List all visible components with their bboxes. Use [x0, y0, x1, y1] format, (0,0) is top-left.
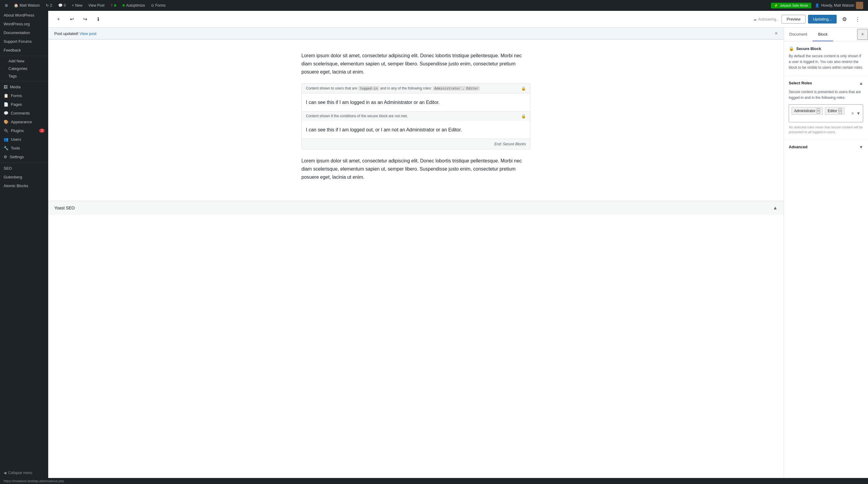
forms-icon: ⊙	[151, 3, 154, 7]
sidebar: About WordPress WordPress.org Documentat…	[0, 11, 48, 478]
wp-icon: ⊞	[5, 3, 8, 7]
content-area: Post updated! View post × Lorem ipsum do…	[48, 28, 868, 478]
notification-bar: Post updated! View post ×	[48, 28, 784, 39]
sidebar-item-atomic-blocks[interactable]: Atomic Blocks	[0, 181, 48, 190]
secure-block-panel-section: 🔒 Secure Block By default the secure con…	[784, 41, 868, 76]
admin-bar: ⊞ 🏠 Matt Watson ↻ 2 💬 0 + New View Post …	[0, 0, 868, 11]
sidebar-divider-3	[0, 162, 48, 163]
howdy-item[interactable]: 👤 Howdy, Matt Watson	[812, 2, 866, 9]
secure-block-end: End: Secure Blocks	[302, 139, 530, 149]
notification-text: Post updated! View post	[54, 31, 96, 36]
panel-close-button[interactable]: ×	[857, 29, 868, 40]
comments-item[interactable]: 💬 0	[56, 0, 68, 11]
advanced-chevron-icon: ▼	[859, 145, 863, 149]
secure-block-panel-desc: By default the secure content is only sh…	[789, 53, 863, 71]
view-post-link[interactable]: View post	[80, 31, 96, 36]
settings-icon: ⚙	[4, 155, 7, 159]
lock-icon-2: 🔒	[521, 114, 526, 118]
secure-block-panel-title: 🔒 Secure Block	[789, 46, 863, 51]
media-icon: 🖼	[4, 85, 7, 89]
sidebar-item-feedback[interactable]: Feedback	[0, 46, 48, 55]
jetpack-badge[interactable]: ⚡ Jetpack Safe Mode	[771, 3, 811, 8]
yoast-seo-bar[interactable]: Yoast SEO ▲	[48, 201, 784, 215]
ellipsis-icon: ⋮	[855, 16, 861, 22]
select-roles-section: Select Roles ▲ Secure content is present…	[784, 76, 868, 140]
home-item[interactable]: 🏠 Matt Watson	[11, 0, 42, 11]
lock-icon: 🔒	[521, 86, 526, 91]
undo-icon: ↩	[70, 16, 74, 22]
comments-nav-icon: 💬	[4, 111, 8, 115]
sidebar-item-categories[interactable]: Categories	[0, 65, 48, 72]
roles-chevron-icon: ▲	[859, 81, 863, 86]
revisions-item[interactable]: ↻ 2	[43, 0, 55, 11]
roles-hint: No selected roles mean that secure conte…	[789, 125, 863, 135]
new-item[interactable]: + New	[69, 0, 85, 11]
app-body: About WordPress WordPress.org Documentat…	[0, 11, 868, 478]
autoptimize-dot	[122, 4, 125, 7]
redo-button[interactable]: ↪	[80, 14, 90, 25]
sidebar-item-comments[interactable]: 💬 Comments	[0, 109, 48, 118]
role-tag-editor: Editor ×	[825, 107, 844, 115]
advanced-header[interactable]: Advanced ▼	[789, 145, 863, 149]
preview-button[interactable]: Preview	[781, 15, 806, 24]
sidebar-item-settings[interactable]: ⚙ Settings	[0, 152, 48, 161]
roles-desc: Secure content is presented to users tha…	[789, 89, 863, 101]
status-url: https://mwatson.test/wp-admin/about.php	[4, 479, 64, 483]
sidebar-item-tags[interactable]: Tags	[0, 72, 48, 80]
sidebar-item-users[interactable]: 👥 Users	[0, 135, 48, 144]
sidebar-item-seo[interactable]: SEO	[0, 164, 48, 173]
sidebar-item-gutenberg[interactable]: Gutenberg	[0, 173, 48, 181]
forms-item[interactable]: ⊙ Forms	[149, 0, 168, 11]
secure-block[interactable]: Content shown to users that are logged-i…	[301, 84, 530, 149]
more-options-button[interactable]: ⋮	[852, 14, 863, 25]
roles-input-container[interactable]: Administrator × Editor × × ▼	[789, 104, 863, 122]
yoast-item[interactable]: Y	[108, 0, 119, 11]
sidebar-item-forms[interactable]: 📋 Forms	[0, 91, 48, 100]
redo-icon: ↪	[83, 16, 87, 22]
post-content: Lorem ipsum dolor sit amet, consectetur …	[296, 39, 536, 201]
comments-icon: 💬	[58, 3, 63, 7]
roles-input-actions: × ▼	[851, 110, 861, 116]
info-button[interactable]: ℹ	[93, 14, 104, 25]
tab-block[interactable]: Block	[812, 28, 833, 41]
sidebar-item-docs[interactable]: Documentation	[0, 28, 48, 37]
wp-logo-item[interactable]: ⊞	[2, 0, 10, 11]
autoptimize-item[interactable]: Autoptimize	[120, 0, 147, 11]
settings-panel-button[interactable]: ⚙	[839, 14, 850, 25]
pages-icon: 📄	[4, 102, 8, 107]
tab-document[interactable]: Document	[784, 28, 812, 41]
sidebar-item-add-new[interactable]: Add New	[0, 57, 48, 65]
avatar	[856, 2, 863, 9]
collapse-menu-button[interactable]: ◀ Collapse menu	[0, 468, 48, 478]
role-tag-administrator: Administrator ×	[792, 107, 823, 115]
expand-roles-button[interactable]: ▼	[856, 110, 861, 116]
sidebar-item-support[interactable]: Support Forums	[0, 37, 48, 46]
remove-editor-button[interactable]: ×	[838, 108, 842, 114]
update-button[interactable]: Updating...	[808, 15, 837, 24]
forms-nav-icon: 📋	[4, 93, 8, 98]
clear-roles-button[interactable]: ×	[851, 110, 855, 116]
sidebar-item-tools[interactable]: 🔧 Tools	[0, 144, 48, 152]
sidebar-item-pages[interactable]: 📄 Pages	[0, 100, 48, 109]
plugins-badge: 2	[39, 129, 44, 132]
close-icon: ×	[775, 31, 778, 36]
sidebar-item-wporg[interactable]: WordPress.org	[0, 20, 48, 28]
jetpack-icon: ⚡	[774, 4, 778, 7]
secure-block-header: Content shown to users that are logged-i…	[302, 84, 530, 93]
users-icon: 👥	[4, 137, 8, 142]
sidebar-item-media[interactable]: 🖼 Media	[0, 83, 48, 91]
yoast-icon: Y	[110, 3, 113, 7]
sidebar-item-plugins[interactable]: 🔌 Plugins 2	[0, 126, 48, 135]
gear-icon: ⚙	[842, 16, 847, 22]
tools-icon: 🔧	[4, 146, 8, 150]
notification-close-button[interactable]: ×	[775, 31, 778, 36]
sidebar-item-appearance[interactable]: 🎨 Appearance	[0, 118, 48, 126]
undo-button[interactable]: ↩	[66, 14, 77, 25]
plus-icon: ＋	[56, 16, 61, 22]
sidebar-item-about[interactable]: About WordPress	[0, 11, 48, 20]
post-editor: Post updated! View post × Lorem ipsum do…	[48, 28, 784, 478]
secure-block-fallback-content: I can see this if I am logged out, or I …	[302, 121, 530, 139]
add-block-button[interactable]: ＋	[53, 14, 64, 25]
view-post-item[interactable]: View Post	[86, 0, 107, 11]
remove-administrator-button[interactable]: ×	[817, 108, 820, 114]
